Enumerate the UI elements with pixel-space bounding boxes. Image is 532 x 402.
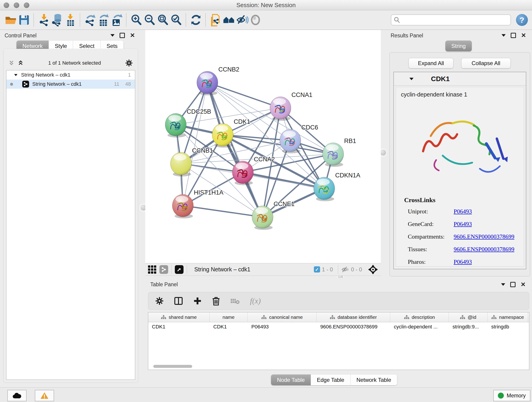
add-column-icon[interactable]: [193, 297, 202, 305]
warnings-button[interactable]: [35, 390, 54, 401]
string-results-container: Expand All Collapse All CDK1 cyclin-depe…: [389, 52, 530, 276]
panel-menu-icon[interactable]: [110, 34, 114, 37]
panel-menu-icon[interactable]: [501, 283, 505, 286]
hide-selected-button[interactable]: [235, 13, 249, 27]
zoom-out-icon: [143, 13, 156, 26]
column-header-namespace[interactable]: namespace: [488, 313, 528, 322]
node-label-CDKN1A: CDKN1A: [335, 172, 360, 179]
close-panel-icon[interactable]: ✕: [521, 33, 526, 37]
selected-nodes-checkbox-icon[interactable]: ✓: [314, 266, 320, 273]
toolbar-separator: [126, 13, 127, 27]
table-cell[interactable]: 9606.ENSP00000378699: [317, 322, 390, 332]
birds-eye-view-icon[interactable]: [148, 265, 156, 274]
close-panel-icon[interactable]: ✕: [520, 283, 526, 287]
tab-network-table[interactable]: Network Table: [351, 375, 397, 385]
table-cell[interactable]: cyclin-dependent ...: [390, 322, 449, 332]
table-cell[interactable]: P06493: [248, 322, 317, 332]
crosslink-link[interactable]: 9606.ENSP00000378699: [454, 246, 514, 253]
tab-node-table[interactable]: Node Table: [271, 375, 311, 385]
expand-all-button[interactable]: Expand All: [409, 58, 453, 69]
search-input[interactable]: [400, 17, 508, 23]
open-session-button[interactable]: [4, 13, 17, 27]
node-CCNA1[interactable]: CCNA1: [270, 91, 312, 121]
right-splitter-handle[interactable]: [380, 149, 386, 156]
collapse-all-button[interactable]: Collapse All: [461, 58, 511, 69]
table-cell[interactable]: CDK1: [210, 322, 248, 332]
node-CDC6[interactable]: CDC6: [280, 124, 318, 153]
column-header-shared-name[interactable]: shared name: [148, 313, 210, 322]
edge-CCNB2-CCNE1[interactable]: [207, 83, 263, 217]
zoom-fit-button[interactable]: [156, 13, 170, 27]
crosslink-link[interactable]: P06493: [454, 259, 472, 265]
export-image-button[interactable]: [110, 13, 123, 27]
float-panel-icon[interactable]: [120, 33, 125, 38]
tab-edge-table[interactable]: Edge Table: [311, 375, 351, 385]
zoom-selected-button[interactable]: [170, 13, 183, 27]
table-cell[interactable]: CDK1: [148, 322, 210, 332]
table-row[interactable]: CDK1CDK1P064939606.ENSP00000378699cyclin…: [148, 322, 529, 332]
close-panel-icon[interactable]: ✕: [130, 33, 135, 37]
expand-all-chevron-icon[interactable]: [17, 60, 24, 66]
search-box[interactable]: [391, 14, 511, 26]
table-cell[interactable]: stringdb:9...: [449, 322, 488, 332]
panel-menu-icon[interactable]: [501, 34, 506, 37]
first-neighbors-button[interactable]: [222, 13, 235, 27]
node-CDKN1A[interactable]: CDKN1A: [314, 172, 360, 201]
zoom-in-button[interactable]: [130, 13, 143, 27]
crosslink-row: Pharos:P06493: [408, 255, 524, 268]
export-table-button[interactable]: [97, 13, 110, 27]
crosslink-link[interactable]: P06493: [454, 221, 472, 228]
float-panel-icon[interactable]: [510, 282, 515, 287]
column-header-name[interactable]: name: [210, 313, 248, 322]
zoom-out-button[interactable]: [143, 13, 156, 27]
node-label-CCNE1: CCNE1: [273, 201, 295, 207]
node-HIST1H1A[interactable]: HIST1H1A: [172, 189, 223, 218]
memory-button[interactable]: Memory: [493, 390, 530, 401]
import-network-from-database-button[interactable]: [51, 13, 64, 27]
column-header-database-identifier[interactable]: database identifier: [317, 313, 390, 322]
network-overview-icon[interactable]: [159, 265, 168, 274]
import-network-button[interactable]: [37, 13, 51, 27]
node-CCNE1[interactable]: CCNE1: [252, 201, 295, 230]
network-graph[interactable]: CCNB2CCNA1CDC25BCDK1CDC6RB1CCNB1CCNA2CDK…: [145, 30, 381, 263]
network-tree-network-row[interactable]: String Network – cdk1 11 48: [6, 80, 135, 89]
tree-disclosure-icon[interactable]: [14, 74, 17, 76]
table-cell[interactable]: stringdb: [488, 322, 528, 332]
network-tree-root-row[interactable]: String Network – cdk1 1: [6, 70, 135, 80]
node-label-CCNB2: CCNB2: [218, 66, 239, 73]
export-network-button[interactable]: [83, 13, 97, 27]
network-view-canvas[interactable]: CCNB2CCNA1CDC25BCDK1CDC6RB1CCNB1CCNA2CDK…: [145, 30, 381, 263]
edge-CCNE1-HIST1H1A[interactable]: [183, 206, 263, 217]
delete-column-trash-icon[interactable]: [212, 296, 220, 306]
node-result-header[interactable]: CDK1: [394, 72, 526, 86]
results-panel: Results Panel ✕ String Expand All Collap…: [387, 30, 532, 278]
gear-icon[interactable]: [155, 297, 164, 305]
show-all-button[interactable]: [249, 13, 262, 27]
crosslink-link[interactable]: 9606.ENSP00000378699: [454, 233, 514, 240]
column-header--id[interactable]: @id: [449, 313, 488, 322]
cloud-status-button[interactable]: [7, 390, 27, 401]
help-button[interactable]: ?: [516, 14, 528, 26]
open-in-window-icon[interactable]: [175, 265, 184, 274]
save-session-button[interactable]: [17, 13, 31, 27]
node-label-RB1: RB1: [344, 138, 356, 144]
node-RB1[interactable]: RB1: [323, 138, 356, 167]
edge-CCNB2-CCNA1[interactable]: [207, 83, 280, 108]
collapse-entry-icon[interactable]: [409, 78, 413, 80]
collapse-all-chevron-icon[interactable]: [8, 60, 15, 66]
float-panel-icon[interactable]: [511, 33, 516, 38]
edge-CCNA2-CDKN1A[interactable]: [243, 172, 324, 188]
import-table-button[interactable]: [64, 13, 77, 27]
column-header-description[interactable]: description: [390, 313, 449, 322]
function-builder-icon: f(x): [250, 297, 261, 305]
gear-icon[interactable]: [125, 59, 133, 67]
column-header-canonical-name[interactable]: canonical name: [248, 313, 317, 322]
refresh-button[interactable]: [189, 13, 203, 27]
result-node-name: CDK1: [431, 75, 450, 83]
show-columns-icon[interactable]: [174, 296, 183, 306]
new-network-from-selection-button[interactable]: [209, 13, 222, 27]
tab-string[interactable]: String: [445, 41, 472, 51]
center-view-crosshair-icon[interactable]: [368, 264, 378, 274]
table-horizontal-scrollbar[interactable]: [153, 365, 192, 368]
crosslink-link[interactable]: P06493: [454, 208, 472, 215]
